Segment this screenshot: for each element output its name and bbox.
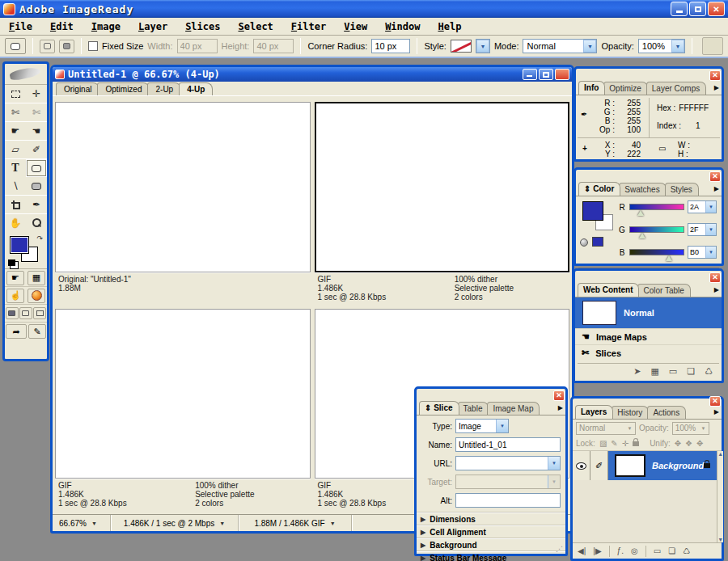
section-background[interactable]: ▶ Background: [417, 538, 565, 551]
g-value-dropdown[interactable]: 2F ▼: [688, 223, 717, 236]
toggle-slices-visibility-button[interactable]: ▦: [28, 271, 45, 285]
standard-screen-mode-button[interactable]: [6, 307, 19, 319]
url-combo[interactable]: ▼: [455, 456, 561, 470]
section-cell-alignment[interactable]: ▶ Cell Alignment: [417, 525, 565, 538]
previous-frame-icon[interactable]: ◀|: [578, 546, 586, 555]
height-input[interactable]: [253, 39, 294, 53]
move-tool[interactable]: ✛: [26, 85, 47, 103]
r-value-dropdown[interactable]: 2A ▼: [688, 200, 717, 213]
tab-info[interactable]: Info: [578, 81, 605, 95]
menu-help[interactable]: Help: [429, 19, 470, 34]
folder-icon[interactable]: ▭: [669, 366, 677, 377]
crop-tool[interactable]: [5, 196, 26, 213]
g-slider-thumb[interactable]: [639, 233, 645, 238]
slice-close-icon[interactable]: ✕: [553, 390, 565, 401]
info-close-icon[interactable]: ✕: [709, 70, 721, 81]
tab-table[interactable]: Table: [458, 402, 489, 415]
create-shape-layer-button[interactable]: [40, 40, 55, 53]
trash-icon[interactable]: ♺: [705, 366, 713, 377]
web-safe-cube-icon[interactable]: [580, 238, 588, 247]
tab-color[interactable]: ⇕ Color: [578, 182, 620, 196]
shape-tool[interactable]: [26, 177, 47, 195]
menu-file[interactable]: File: [0, 19, 41, 34]
create-filled-region-button[interactable]: [59, 40, 74, 53]
menu-filter[interactable]: Filter: [282, 19, 335, 34]
document-minimize-button[interactable]: [523, 69, 537, 80]
corner-radius-input[interactable]: [371, 39, 410, 53]
width-input[interactable]: [177, 39, 218, 53]
section-status-bar-message[interactable]: ▶ Status Bar Message: [417, 551, 565, 561]
document-close-button[interactable]: [555, 69, 569, 80]
tab-4up[interactable]: 4-Up: [179, 82, 213, 95]
lock-transparency-icon[interactable]: ▨: [599, 439, 607, 448]
edit-in-photoshop-icon-button[interactable]: ✎: [28, 324, 46, 339]
b-slider-thumb[interactable]: [666, 255, 672, 261]
tab-image-map[interactable]: Image Map: [487, 402, 540, 415]
scroll-up-icon[interactable]: ▲: [717, 451, 723, 457]
trash-icon[interactable]: ♺: [683, 546, 690, 555]
menu-layer[interactable]: Layer: [129, 19, 176, 34]
style-none-swatch[interactable]: [451, 40, 472, 53]
image-map-tool[interactable]: ☛: [5, 122, 26, 140]
panel-menu-icon[interactable]: ▶: [714, 84, 719, 91]
lock-position-icon[interactable]: ✛: [622, 439, 629, 448]
preview-in-browser-button[interactable]: [28, 289, 45, 303]
fixed-size-checkbox[interactable]: [88, 41, 98, 51]
optimized-canvas-1[interactable]: [315, 102, 570, 272]
slice-name-input[interactable]: [455, 437, 561, 452]
layer-paint-indicator[interactable]: ✐: [590, 451, 608, 480]
tab-original[interactable]: Original: [56, 82, 99, 95]
line-tool[interactable]: ∖: [5, 177, 26, 195]
tab-styles[interactable]: Styles: [665, 183, 699, 196]
jump-to-photoshop-button[interactable]: ➦: [6, 324, 27, 339]
layers-scrollbar[interactable]: ▲ ▼: [717, 451, 723, 542]
slice-select-tool[interactable]: ✄: [26, 103, 47, 121]
alt-input[interactable]: [455, 493, 561, 508]
document-titlebar[interactable]: Untitled-1 @ 66.67% (4-Up): [53, 67, 572, 82]
web-content-close-icon[interactable]: ✕: [709, 272, 721, 283]
menu-select[interactable]: Select: [229, 19, 281, 34]
image-maps-row[interactable]: ☚ Image Maps: [575, 328, 722, 344]
slices-row[interactable]: ✄ Slices: [575, 344, 722, 361]
layer-visibility-toggle[interactable]: [573, 451, 590, 480]
slice-tool[interactable]: ✄: [5, 103, 26, 121]
optimized-canvas-2[interactable]: [55, 309, 311, 479]
panel-menu-icon[interactable]: ▶: [558, 404, 563, 411]
tab-layer-comps[interactable]: Layer Comps: [646, 82, 706, 95]
section-dimensions[interactable]: ▶ Dimensions: [417, 512, 565, 525]
r-slider-thumb[interactable]: [637, 210, 644, 216]
restore-button[interactable]: [689, 2, 706, 16]
swap-colors-icon[interactable]: ↷: [36, 234, 43, 243]
layer-effects-icon[interactable]: ƒ.: [617, 546, 624, 555]
r-slider[interactable]: [629, 204, 684, 210]
menu-edit[interactable]: Edit: [41, 19, 83, 34]
image-map-select-tool[interactable]: ☚: [26, 122, 47, 140]
hand-tool[interactable]: ✋: [5, 214, 26, 232]
original-canvas[interactable]: [55, 102, 311, 272]
tab-web-content[interactable]: Web Content: [578, 283, 639, 297]
lock-all-icon[interactable]: [633, 441, 639, 446]
toggle-image-maps-visibility-button[interactable]: ☛: [6, 271, 24, 285]
layer-opacity-dropdown[interactable]: 100% ▼: [672, 422, 709, 435]
resize-grip-icon[interactable]: ⋰: [556, 545, 564, 553]
zoom-tool[interactable]: [26, 214, 47, 232]
tab-color-table[interactable]: Color Table: [637, 284, 690, 297]
b-value-dropdown[interactable]: B0 ▼: [688, 246, 717, 259]
next-frame-icon[interactable]: |▶: [593, 546, 601, 555]
blend-mode-dropdown[interactable]: Normal ▼: [576, 422, 636, 435]
background-layer-row[interactable]: ✐ Background: [573, 451, 717, 480]
tab-optimize[interactable]: Optimize: [603, 82, 647, 95]
web-safe-color-swatch[interactable]: [592, 237, 603, 247]
menu-image[interactable]: Image: [83, 19, 129, 34]
adobe-feather-logo[interactable]: [5, 64, 47, 85]
slice-type-dropdown[interactable]: Image ▼: [455, 419, 509, 433]
opacity-dropdown[interactable]: 100% ▼: [638, 39, 685, 53]
menu-slices[interactable]: Slices: [176, 19, 229, 34]
new-layer-icon[interactable]: ❏: [668, 546, 675, 555]
eyedropper-tool[interactable]: ✒: [26, 196, 47, 213]
close-button[interactable]: ✕: [708, 2, 725, 16]
tab-history[interactable]: History: [612, 406, 649, 419]
preview-document-button[interactable]: ☝: [6, 289, 24, 303]
default-colors-icon[interactable]: [8, 259, 15, 266]
tab-swatches[interactable]: Swatches: [619, 183, 666, 196]
